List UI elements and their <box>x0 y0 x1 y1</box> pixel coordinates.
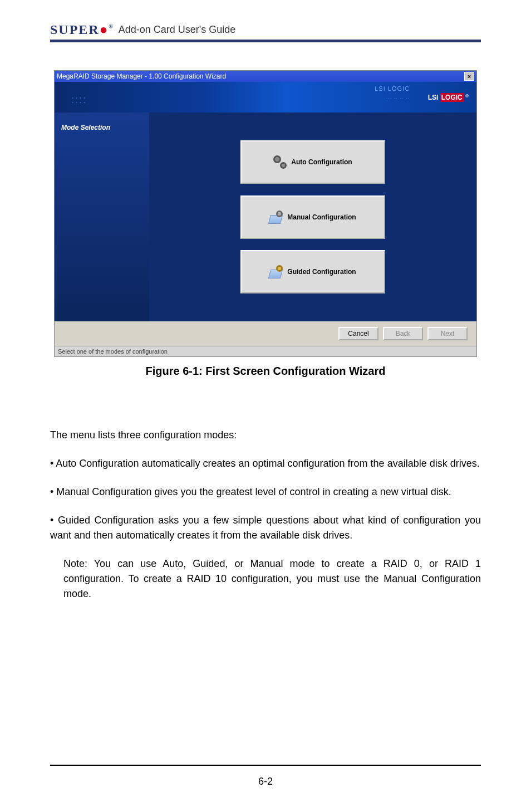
wizard-title: MegaRAID Storage Manager - 1.00 Configur… <box>57 72 226 80</box>
auto-configuration-button[interactable]: Auto Configuration <box>240 140 385 184</box>
guided-configuration-label: Guided Configuration <box>287 268 356 276</box>
manual-configuration-label: Manual Configuration <box>287 213 356 221</box>
logo-dot-icon: ● <box>100 22 109 37</box>
wizard-footer: Cancel Back Next <box>55 321 476 346</box>
mode-selection-label: Mode Selection <box>61 124 142 131</box>
next-label: Next <box>441 330 455 337</box>
back-button[interactable]: Back <box>383 327 423 340</box>
intro-paragraph: The menu lists three configuration modes… <box>50 428 481 443</box>
guided-configuration-button[interactable]: Guided Configuration <box>240 250 385 294</box>
manual-configuration-button[interactable]: Manual Configuration <box>240 195 385 239</box>
wizard-banner: :::: LSI LOGIC ··· ·· ·· ·· LSI LOGIC ® <box>55 82 476 112</box>
banner-stamp: LSI LOGIC <box>375 85 410 92</box>
page-number: 6-2 <box>50 776 481 787</box>
figure-caption: Figure 6-1: First Screen Configuration W… <box>50 365 481 378</box>
wizard-titlebar: MegaRAID Storage Manager - 1.00 Configur… <box>55 71 476 82</box>
note-paragraph: Note: You can use Auto, Guided, or Manua… <box>63 556 481 601</box>
cancel-label: Cancel <box>348 330 368 337</box>
brand-box: LOGIC <box>440 93 464 102</box>
gears-icon <box>273 155 287 169</box>
auto-configuration-label: Auto Configuration <box>291 158 352 166</box>
brand-prefix: LSI <box>428 94 439 101</box>
logo-text: SUPER <box>50 22 100 37</box>
body-text: The menu lists three configuration modes… <box>50 428 481 601</box>
page-header-title: Add-on Card User's Guide <box>119 24 236 36</box>
note-block: Note: You can use Auto, Guided, or Manua… <box>50 556 481 601</box>
logo-reg: ® <box>109 23 114 30</box>
wizard-statusbar: Select one of the modes of configuration <box>55 346 476 356</box>
wizard-window: MegaRAID Storage Manager - 1.00 Configur… <box>54 70 477 357</box>
wizard-sidebar: Mode Selection <box>55 112 149 321</box>
header-divider <box>50 40 481 42</box>
wizard-main: Auto Configuration Manual Configuration … <box>149 112 476 321</box>
footer-divider <box>50 765 481 766</box>
guided-gear-icon <box>269 265 283 278</box>
close-icon[interactable]: × <box>464 72 474 81</box>
banner-decor-icon: :::: <box>71 94 87 106</box>
brand-reg: ® <box>465 94 469 99</box>
bullet-auto: • Auto Configuration automatically creat… <box>50 456 481 471</box>
next-button[interactable]: Next <box>427 327 468 340</box>
brand-label: LSI LOGIC ® <box>428 94 469 101</box>
logo: SUPER●® <box>50 22 114 37</box>
wizard-body: Mode Selection Auto Configuration Manual… <box>55 112 476 321</box>
cancel-button[interactable]: Cancel <box>338 327 378 340</box>
banner-substamp: ··· ·· ·· ·· <box>386 95 410 101</box>
bullet-manual: • Manual Configuration gives you the gre… <box>50 485 481 500</box>
page-footer: 6-2 <box>50 765 481 787</box>
manual-gear-icon <box>269 211 283 224</box>
bullet-guided: • Guided Configuration asks you a few si… <box>50 513 481 543</box>
back-label: Back <box>396 330 411 337</box>
